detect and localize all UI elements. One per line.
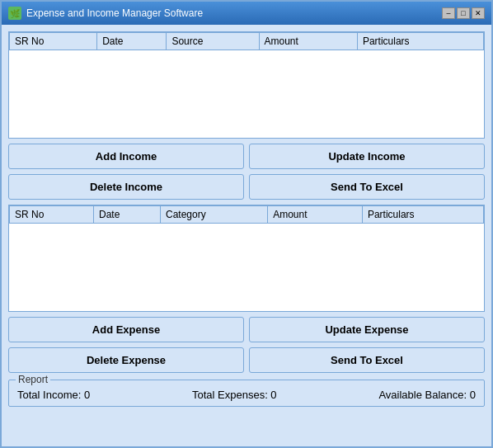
available-balance-label: Available Balance: 0 — [378, 389, 476, 401]
report-section: Report Total Income: 0 Total Expenses: 0… — [8, 380, 485, 407]
income-col-date: Date — [97, 33, 167, 50]
income-col-source: Source — [167, 33, 259, 50]
income-table-container[interactable]: SR No Date Source Amount Particulars — [8, 31, 485, 139]
window-controls: – □ ✕ — [442, 7, 485, 19]
total-expenses-label: Total Expenses: 0 — [192, 389, 277, 401]
minimize-button[interactable]: – — [442, 7, 455, 19]
expense-excel-button[interactable]: Send To Excel — [249, 347, 485, 373]
income-table-header-row: SR No Date Source Amount Particulars — [10, 33, 484, 50]
expense-buttons-row2: Delete Expense Send To Excel — [8, 347, 485, 373]
income-col-particulars: Particulars — [357, 33, 483, 50]
expense-table-container[interactable]: SR No Date Category Amount Particulars — [8, 205, 485, 312]
income-table: SR No Date Source Amount Particulars — [9, 32, 484, 50]
expense-table-header-row: SR No Date Category Amount Particulars — [10, 206, 484, 224]
income-buttons-row1: Add Income Update Income — [8, 144, 485, 169]
window-title: Expense and Income Manager Software — [26, 7, 203, 19]
delete-income-button[interactable]: Delete Income — [8, 174, 244, 200]
add-expense-button[interactable]: Add Expense — [8, 317, 244, 342]
main-content: SR No Date Source Amount Particulars Add… — [2, 25, 491, 446]
update-expense-button[interactable]: Update Expense — [249, 317, 485, 342]
expense-col-srno: SR No — [10, 206, 94, 224]
expense-col-category: Category — [160, 206, 267, 224]
delete-expense-button[interactable]: Delete Expense — [8, 347, 244, 373]
app-icon: 🌿 — [8, 7, 21, 20]
title-bar-left: 🌿 Expense and Income Manager Software — [8, 7, 203, 20]
title-bar: 🌿 Expense and Income Manager Software – … — [2, 2, 491, 25]
expense-table: SR No Date Category Amount Particulars — [9, 205, 484, 224]
expense-col-particulars: Particulars — [362, 206, 483, 224]
report-content: Total Income: 0 Total Expenses: 0 Availa… — [17, 385, 476, 401]
main-window: 🌿 Expense and Income Manager Software – … — [0, 0, 493, 448]
expense-col-amount: Amount — [268, 206, 363, 224]
income-col-amount: Amount — [259, 33, 357, 50]
income-buttons-row2: Delete Income Send To Excel — [8, 174, 485, 200]
total-income-label: Total Income: 0 — [17, 389, 90, 401]
expense-buttons-row1: Add Expense Update Expense — [8, 317, 485, 342]
expense-col-date: Date — [94, 206, 161, 224]
update-income-button[interactable]: Update Income — [249, 144, 485, 169]
add-income-button[interactable]: Add Income — [8, 144, 244, 169]
income-col-srno: SR No — [10, 33, 97, 50]
income-excel-button[interactable]: Send To Excel — [249, 174, 485, 200]
report-label: Report — [16, 374, 50, 385]
maximize-button[interactable]: □ — [457, 7, 470, 19]
close-button[interactable]: ✕ — [472, 7, 485, 19]
